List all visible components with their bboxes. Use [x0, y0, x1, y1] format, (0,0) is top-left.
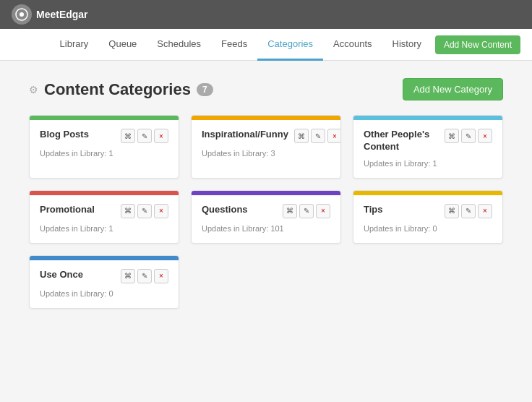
category-copy-button[interactable]: ⌘	[445, 204, 459, 218]
add-new-category-button[interactable]: Add New Category	[403, 78, 503, 100]
category-edit-button[interactable]: ✎	[311, 129, 325, 143]
card-actions: ⌘ ✎ ×	[283, 204, 330, 218]
nav-feeds[interactable]: Feeds	[211, 29, 257, 61]
card-title: Use Once	[40, 269, 83, 281]
card-header: Inspirational/Funny ⌘ ✎ ×	[202, 129, 330, 143]
category-copy-button[interactable]: ⌘	[121, 269, 135, 283]
category-edit-button[interactable]: ✎	[137, 269, 152, 283]
card-actions: ⌘ ✎ ×	[445, 129, 492, 143]
nav-library[interactable]: Library	[50, 29, 99, 61]
card-stats: Updates in Library: 3	[202, 149, 330, 158]
category-edit-button[interactable]: ✎	[299, 204, 314, 218]
category-delete-button[interactable]: ×	[327, 129, 341, 143]
nav-queue[interactable]: Queue	[98, 29, 147, 61]
nav-accounts[interactable]: Accounts	[323, 29, 382, 61]
card-stats: Updates in Library: 0	[364, 224, 492, 233]
card-body: Tips ⌘ ✎ × Updates in Library: 0	[353, 195, 502, 243]
category-edit-button[interactable]: ✎	[461, 204, 476, 218]
category-card-use-once: Use Once ⌘ ✎ × Updates in Library: 0	[29, 255, 179, 309]
card-header: Blog Posts ⌘ ✎ ×	[40, 129, 168, 143]
nav-history[interactable]: History	[382, 29, 432, 61]
card-title: Blog Posts	[40, 129, 89, 141]
category-delete-button[interactable]: ×	[316, 204, 330, 218]
card-body: Other People's Content ⌘ ✎ × Updates in …	[353, 120, 502, 178]
card-body: Blog Posts ⌘ ✎ × Updates in Library: 1	[30, 120, 179, 168]
card-header: Tips ⌘ ✎ ×	[364, 204, 492, 218]
category-copy-button[interactable]: ⌘	[283, 204, 297, 218]
card-stats: Updates in Library: 0	[40, 289, 168, 298]
card-title: Other People's Content	[364, 129, 439, 153]
categories-grid: Blog Posts ⌘ ✎ × Updates in Library: 1 I…	[29, 115, 503, 309]
top-bar: MeetEdgar	[0, 0, 532, 29]
card-stats: Updates in Library: 101	[202, 224, 330, 233]
card-stats: Updates in Library: 1	[40, 224, 168, 233]
add-new-content-button[interactable]: Add New Content	[435, 35, 520, 54]
category-delete-button[interactable]: ×	[478, 129, 492, 143]
nav-schedules[interactable]: Schedules	[147, 29, 211, 61]
card-actions: ⌘ ✎ ×	[121, 269, 168, 283]
card-actions: ⌘ ✎ ×	[121, 204, 168, 218]
category-delete-button[interactable]: ×	[154, 129, 168, 143]
page-title-area: ⚙ Content Categories 7	[29, 80, 213, 99]
category-count-badge: 7	[197, 83, 213, 96]
category-card-promotional: Promotional ⌘ ✎ × Updates in Library: 1	[29, 190, 179, 244]
card-body: Questions ⌘ ✎ × Updates in Library: 101	[192, 195, 340, 243]
category-copy-button[interactable]: ⌘	[445, 129, 459, 143]
main-content: ⚙ Content Categories 7 Add New Category …	[0, 61, 532, 402]
category-edit-button[interactable]: ✎	[461, 129, 476, 143]
logo-area: MeetEdgar	[12, 4, 88, 25]
settings-icon: ⚙	[29, 84, 38, 95]
svg-point-1	[20, 12, 24, 17]
card-actions: ⌘ ✎ ×	[121, 129, 168, 143]
page-title: Content Categories	[44, 80, 191, 99]
category-edit-button[interactable]: ✎	[137, 129, 152, 143]
category-copy-button[interactable]: ⌘	[121, 129, 135, 143]
card-stats: Updates in Library: 1	[40, 149, 168, 158]
card-title: Tips	[364, 204, 383, 216]
card-body: Use Once ⌘ ✎ × Updates in Library: 0	[30, 260, 179, 308]
card-actions: ⌘ ✎ ×	[294, 129, 341, 143]
card-actions: ⌘ ✎ ×	[445, 204, 492, 218]
category-card-blog-posts: Blog Posts ⌘ ✎ × Updates in Library: 1	[29, 115, 179, 179]
page-header: ⚙ Content Categories 7 Add New Category	[29, 78, 503, 100]
category-card-other-peoples-content: Other People's Content ⌘ ✎ × Updates in …	[353, 115, 503, 179]
card-title: Inspirational/Funny	[202, 129, 288, 141]
nav-bar: Library Queue Schedules Feeds Categories…	[0, 29, 532, 61]
card-header: Other People's Content ⌘ ✎ ×	[364, 129, 492, 153]
card-header: Questions ⌘ ✎ ×	[202, 204, 330, 218]
category-copy-button[interactable]: ⌘	[294, 129, 309, 143]
card-title: Promotional	[40, 204, 95, 216]
category-card-inspirational-funny: Inspirational/Funny ⌘ ✎ × Updates in Lib…	[191, 115, 341, 179]
logo-icon	[12, 4, 32, 25]
category-copy-button[interactable]: ⌘	[121, 204, 135, 218]
logo-text: MeetEdgar	[36, 9, 88, 20]
category-delete-button[interactable]: ×	[478, 204, 492, 218]
category-delete-button[interactable]: ×	[154, 269, 168, 283]
card-stats: Updates in Library: 1	[364, 159, 492, 168]
card-title: Questions	[202, 204, 248, 216]
category-edit-button[interactable]: ✎	[137, 204, 152, 218]
category-delete-button[interactable]: ×	[154, 204, 168, 218]
category-card-tips: Tips ⌘ ✎ × Updates in Library: 0	[353, 190, 503, 244]
card-header: Promotional ⌘ ✎ ×	[40, 204, 168, 218]
category-card-questions: Questions ⌘ ✎ × Updates in Library: 101	[191, 190, 341, 244]
card-body: Promotional ⌘ ✎ × Updates in Library: 1	[30, 195, 179, 243]
nav-categories[interactable]: Categories	[257, 29, 323, 61]
card-body: Inspirational/Funny ⌘ ✎ × Updates in Lib…	[192, 120, 340, 168]
card-header: Use Once ⌘ ✎ ×	[40, 269, 168, 283]
